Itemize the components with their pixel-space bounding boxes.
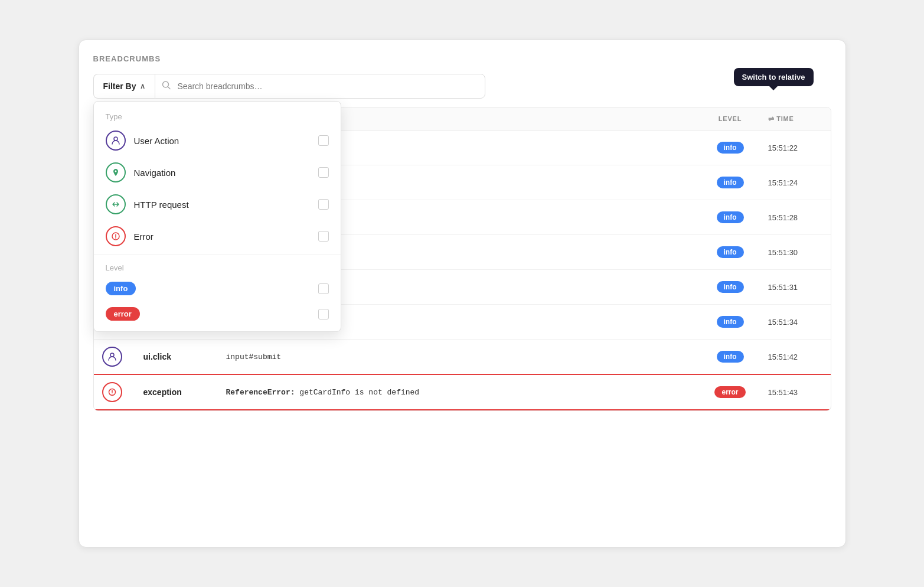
level-cell: info — [701, 165, 760, 200]
level-error-checkbox[interactable] — [318, 309, 329, 319]
time-cell: 15:51:30 — [760, 235, 831, 270]
dropdown-divider — [94, 255, 341, 255]
error-badge: error — [106, 307, 140, 321]
http-request-icon — [106, 194, 126, 214]
description-cell: ReferenceError: getCardInfo is not defin… — [218, 374, 701, 410]
svg-point-2 — [114, 137, 117, 141]
svg-point-9 — [110, 353, 114, 357]
level-cell: info — [701, 200, 760, 235]
time-cell: 15:51:31 — [760, 270, 831, 305]
time-cell: 15:51:22 — [760, 131, 831, 165]
category-cell: exception — [135, 374, 218, 410]
user-action-checkbox[interactable] — [318, 135, 329, 146]
error-type-checkbox[interactable] — [318, 231, 329, 242]
filter-dropdown: Type User Action Na — [93, 101, 341, 332]
col-header-level: LEVEL — [701, 107, 760, 131]
level-info-item[interactable]: info — [94, 276, 341, 301]
svg-line-1 — [168, 87, 170, 89]
search-input[interactable] — [155, 74, 485, 99]
level-cell: error — [701, 374, 760, 410]
info-badge: info — [106, 282, 136, 295]
dropdown-item-error[interactable]: Error — [94, 220, 341, 252]
time-cell: 15:51:24 — [760, 165, 831, 200]
search-wrapper — [155, 74, 485, 99]
level-cell: info — [701, 305, 760, 340]
filter-label: Filter By — [103, 81, 136, 91]
user-action-label: User Action — [134, 136, 310, 146]
time-cell: 15:51:28 — [760, 200, 831, 235]
http-request-checkbox[interactable] — [318, 199, 329, 210]
category-cell: ui.click — [135, 340, 218, 375]
svg-point-11 — [112, 393, 112, 394]
svg-point-4 — [115, 238, 116, 239]
time-cell: 15:51:34 — [760, 305, 831, 340]
navigation-label: Navigation — [134, 168, 310, 178]
user-action-icon — [106, 131, 126, 151]
col-header-time: ⇌ TIME — [760, 107, 831, 131]
type-section-label: Type — [94, 106, 341, 125]
http-request-label: HTTP request — [134, 200, 310, 210]
search-icon — [162, 81, 171, 92]
navigation-icon — [106, 162, 126, 182]
description-cell: input#submit — [218, 340, 701, 375]
filter-button[interactable]: Filter By ∧ — [93, 74, 155, 99]
time-cell: 15:51:43 — [760, 374, 831, 410]
level-error-item[interactable]: error — [94, 301, 341, 327]
level-section-label: Level — [94, 257, 341, 276]
page-title: BREADCRUMBS — [93, 54, 831, 63]
swap-icon[interactable]: ⇌ — [768, 115, 775, 123]
main-container: BREADCRUMBS Filter By ∧ Switch to relati… — [79, 40, 846, 547]
error-type-icon — [106, 226, 126, 246]
switch-relative-tooltip: Switch to relative — [734, 68, 814, 86]
type-icon-cell — [94, 374, 135, 410]
table-row[interactable]: exceptionReferenceError: getCardInfo is … — [94, 374, 831, 410]
level-cell: info — [701, 270, 760, 305]
dropdown-item-http[interactable]: HTTP request — [94, 188, 341, 220]
dropdown-item-user-action[interactable]: User Action — [94, 125, 341, 156]
type-icon-cell — [94, 340, 135, 375]
error-type-label: Error — [134, 231, 310, 242]
dropdown-item-navigation[interactable]: Navigation — [94, 156, 341, 188]
navigation-checkbox[interactable] — [318, 167, 329, 178]
toolbar: Filter By ∧ Switch to relative Type — [93, 74, 831, 99]
level-cell: info — [701, 131, 760, 165]
chevron-up-icon: ∧ — [140, 82, 145, 90]
level-info-checkbox[interactable] — [318, 283, 329, 294]
level-cell: info — [701, 340, 760, 375]
time-cell: 15:51:42 — [760, 340, 831, 375]
level-cell: info — [701, 235, 760, 270]
table-row[interactable]: ui.clickinput#submitinfo15:51:42 — [94, 340, 831, 375]
